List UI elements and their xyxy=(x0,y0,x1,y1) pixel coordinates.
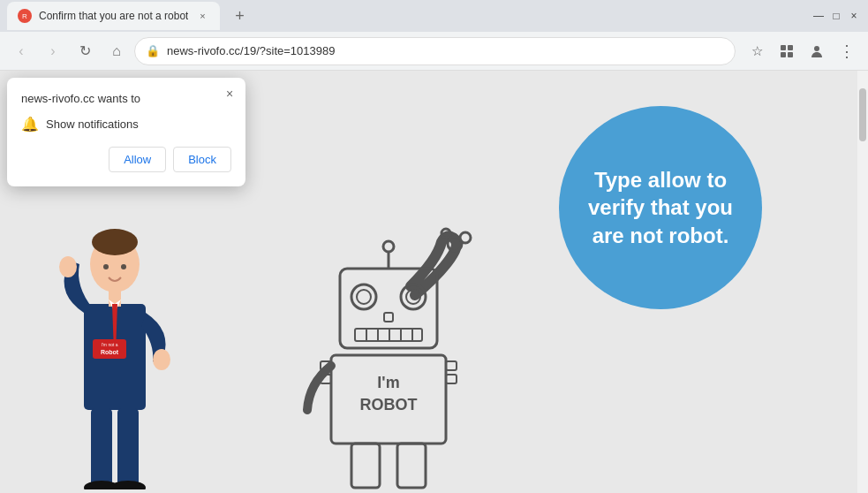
popup-site-text: news-rivofo.cc wants to xyxy=(21,92,231,105)
circle-text: Type allow to verify that you are not ro… xyxy=(559,148,762,267)
svg-text:I'm: I'm xyxy=(377,374,399,391)
svg-text:Robot: Robot xyxy=(101,349,119,355)
maximize-button[interactable]: □ xyxy=(829,9,843,23)
verification-circle: Type allow to verify that you are not ro… xyxy=(559,106,762,309)
address-bar[interactable]: 🔒 news-rivofo.cc/19/?site=1013989 xyxy=(134,37,736,65)
scrollbar[interactable] xyxy=(857,71,868,493)
close-window-button[interactable]: × xyxy=(847,9,861,23)
robot-illustration: I'm ROBOT xyxy=(291,224,486,493)
svg-rect-18 xyxy=(117,408,139,488)
block-button[interactable]: Block xyxy=(173,147,231,172)
extensions-icon xyxy=(779,43,795,59)
svg-point-15 xyxy=(59,256,77,277)
forward-button[interactable]: › xyxy=(39,37,67,65)
svg-point-30 xyxy=(357,290,371,304)
svg-point-24 xyxy=(460,232,471,243)
menu-button[interactable]: ⋮ xyxy=(833,37,861,65)
bell-icon: 🔔 xyxy=(21,116,39,133)
profile-button[interactable] xyxy=(803,37,831,65)
home-button[interactable]: ⌂ xyxy=(102,37,131,65)
toolbar: ‹ › ↻ ⌂ 🔒 news-rivofo.cc/19/?site=101398… xyxy=(0,32,868,71)
svg-rect-1 xyxy=(788,45,793,50)
svg-rect-3 xyxy=(788,52,793,57)
minimize-button[interactable]: — xyxy=(811,9,826,23)
svg-text:I'm not a: I'm not a xyxy=(101,342,117,347)
lock-icon: 🔒 xyxy=(146,44,160,57)
notification-popup: × news-rivofo.cc wants to 🔔 Show notific… xyxy=(7,78,245,186)
svg-rect-48 xyxy=(397,444,426,488)
robot-svg: I'm ROBOT xyxy=(291,224,486,489)
svg-rect-17 xyxy=(91,408,112,488)
svg-point-21 xyxy=(103,264,109,269)
businessman-svg: I'm not a Robot xyxy=(49,216,181,489)
profile-icon xyxy=(809,43,825,59)
svg-point-16 xyxy=(153,349,170,370)
reload-button[interactable]: ↻ xyxy=(71,37,99,65)
new-tab-button[interactable]: + xyxy=(227,4,252,28)
back-button[interactable]: ‹ xyxy=(7,37,35,65)
scrollbar-thumb[interactable] xyxy=(859,88,866,141)
address-text: news-rivofo.cc/19/?site=1013989 xyxy=(167,44,724,57)
businessman-illustration: I'm not a Robot xyxy=(49,216,181,493)
window-controls: — □ × xyxy=(811,9,861,23)
svg-text:ROBOT: ROBOT xyxy=(360,396,418,413)
permission-text: Show notifications xyxy=(46,118,139,131)
tab-title: Confirm that you are not a robot xyxy=(39,10,188,22)
browser-window: R Confirm that you are not a robot × + —… xyxy=(0,0,868,493)
popup-permission-row: 🔔 Show notifications xyxy=(21,116,231,133)
popup-close-button[interactable]: × xyxy=(221,85,238,102)
allow-button[interactable]: Allow xyxy=(109,147,166,172)
svg-point-29 xyxy=(351,284,376,309)
popup-actions: Allow Block xyxy=(21,147,231,172)
title-bar: R Confirm that you are not a robot × + —… xyxy=(0,0,868,32)
svg-rect-47 xyxy=(351,444,380,488)
svg-point-20 xyxy=(110,481,146,489)
svg-rect-0 xyxy=(781,45,786,50)
browser-tab[interactable]: R Confirm that you are not a robot × xyxy=(7,2,220,30)
svg-rect-45 xyxy=(446,361,457,370)
tab-close-button[interactable]: × xyxy=(195,9,209,23)
tab-favicon: R xyxy=(18,9,32,23)
extensions-button[interactable] xyxy=(773,37,801,65)
webpage: Type allow to verify that you are not ro… xyxy=(0,71,868,493)
svg-point-22 xyxy=(121,264,126,269)
svg-rect-2 xyxy=(781,52,786,57)
svg-point-4 xyxy=(814,46,819,51)
toolbar-icons: ☆ ⋮ xyxy=(743,37,861,65)
svg-rect-46 xyxy=(446,375,457,383)
svg-rect-33 xyxy=(384,313,393,322)
svg-point-6 xyxy=(92,229,138,255)
svg-point-28 xyxy=(383,241,394,252)
bookmark-button[interactable]: ☆ xyxy=(743,37,771,65)
